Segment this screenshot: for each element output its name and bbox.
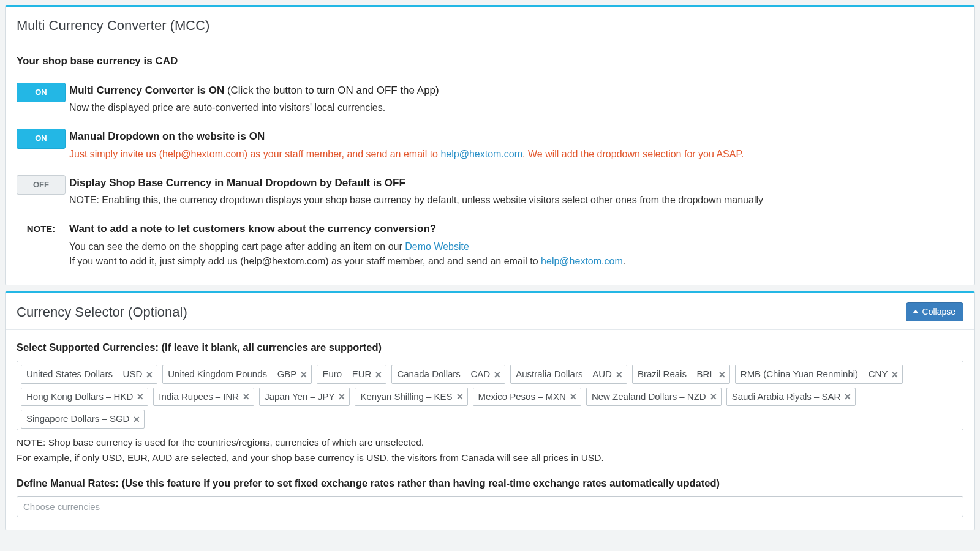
toggle-app[interactable]: ON xyxy=(17,83,66,103)
currency-tag-label: Singapore Dollars – SGD xyxy=(26,412,129,426)
currency-tag: Mexico Pesos – MXN✕ xyxy=(473,388,581,407)
base-currency-line: Your shop base currency is CAD xyxy=(17,53,963,69)
currency-tag: Singapore Dollars – SGD✕ xyxy=(21,410,145,429)
note-label: NOTE: xyxy=(17,221,66,236)
currency-tag: Brazil Reais – BRL✕ xyxy=(632,365,730,384)
currency-tag: United Kingdom Pounds – GBP✕ xyxy=(162,365,312,384)
panel-mcc-body: Your shop base currency is CAD ON Multi … xyxy=(6,43,974,285)
currency-tag-label: Euro – EUR xyxy=(322,367,371,381)
setting-note: NOTE: Want to add a note to let customer… xyxy=(17,221,963,269)
currency-tag-box[interactable]: United States Dollars – USD✕United Kingd… xyxy=(17,361,963,430)
currency-tag-label: United States Dollars – USD xyxy=(26,367,142,381)
help-email-link[interactable]: help@hextom.com xyxy=(440,149,522,159)
remove-tag-icon[interactable]: ✕ xyxy=(338,392,345,401)
note-line-2: If you want to add it, just simply add u… xyxy=(69,254,963,269)
currency-tag-label: Canada Dollars – CAD xyxy=(397,367,490,381)
currency-note-1: NOTE: Shop base currency is used for the… xyxy=(17,435,963,449)
currency-tag: Hong Kong Dollars – HKD✕ xyxy=(21,388,148,407)
remove-tag-icon[interactable]: ✕ xyxy=(375,370,382,379)
currency-tag-label: New Zealand Dollars – NZD xyxy=(592,390,706,404)
remove-tag-icon[interactable]: ✕ xyxy=(133,415,140,424)
remove-tag-icon[interactable]: ✕ xyxy=(570,392,577,401)
setting-app-onoff: ON Multi Currency Converter is ON (Click… xyxy=(17,83,963,116)
collapse-button[interactable]: Collapse xyxy=(906,302,963,321)
remove-tag-icon[interactable]: ✕ xyxy=(243,392,250,401)
toggle-display-base[interactable]: OFF xyxy=(17,175,66,195)
panel-mcc: Multi Currency Converter (MCC) Your shop… xyxy=(5,5,975,285)
currency-tag-label: Australia Dollars – AUD xyxy=(516,367,612,381)
currency-tag-label: Mexico Pesos – MXN xyxy=(478,390,566,404)
panel-selector-title: Currency Selector (Optional) xyxy=(17,302,187,322)
panel-mcc-header: Multi Currency Converter (MCC) xyxy=(6,7,974,43)
remove-tag-icon[interactable]: ✕ xyxy=(891,370,899,379)
toggle-manual-dropdown[interactable]: ON xyxy=(17,129,66,149)
setting-display-base: OFF Display Shop Base Currency in Manual… xyxy=(17,175,963,208)
panel-selector-body: Select Supported Currencies: (If leave i… xyxy=(6,330,974,530)
panel-title: Multi Currency Converter (MCC) xyxy=(17,15,209,36)
setting-display-base-desc: NOTE: Enabling this, the currency dropdo… xyxy=(69,193,963,208)
setting-display-base-title: Display Shop Base Currency in Manual Dro… xyxy=(69,175,963,191)
currency-tag: Euro – EUR✕ xyxy=(317,365,386,384)
manual-rates-input[interactable] xyxy=(17,496,963,517)
currency-tag: India Rupees – INR✕ xyxy=(153,388,254,407)
setting-manual-dropdown: ON Manual Dropdown on the website is ON … xyxy=(17,129,963,162)
remove-tag-icon[interactable]: ✕ xyxy=(844,392,851,401)
help-email-link-2[interactable]: help@hextom.com xyxy=(541,256,623,266)
remove-tag-icon[interactable]: ✕ xyxy=(718,370,726,379)
currency-tag: RMB (China Yuan Renminbi) – CNY✕ xyxy=(735,365,903,384)
remove-tag-icon[interactable]: ✕ xyxy=(616,370,623,379)
remove-tag-icon[interactable]: ✕ xyxy=(710,392,717,401)
remove-tag-icon[interactable]: ✕ xyxy=(456,392,464,401)
select-currencies-label: Select Supported Currencies: (If leave i… xyxy=(17,340,963,355)
currency-tag: Japan Yen – JPY✕ xyxy=(259,388,350,407)
manual-rates-label: Define Manual Rates: (Use this feature i… xyxy=(17,476,963,491)
panel-selector-header: Currency Selector (Optional) Collapse xyxy=(6,293,974,330)
currency-tag: Saudi Arabia Riyals – SAR✕ xyxy=(726,388,856,407)
demo-website-link[interactable]: Demo Website xyxy=(405,241,469,252)
currency-tag: Canada Dollars – CAD✕ xyxy=(391,365,505,384)
currency-note-2: For example, if only USD, EUR, AUD are s… xyxy=(17,451,963,465)
chevron-up-icon xyxy=(913,310,919,313)
setting-app-title: Multi Currency Converter is ON (Click th… xyxy=(69,83,963,99)
note-line-1: You can see the demo on the shopping car… xyxy=(69,239,963,254)
currency-tag: Australia Dollars – AUD✕ xyxy=(510,365,627,384)
currency-tag-label: India Rupees – INR xyxy=(159,390,239,404)
setting-manual-title: Manual Dropdown on the website is ON xyxy=(69,129,963,144)
currency-tag-label: Japan Yen – JPY xyxy=(265,390,334,404)
remove-tag-icon[interactable]: ✕ xyxy=(146,370,153,379)
remove-tag-icon[interactable]: ✕ xyxy=(300,370,307,379)
setting-manual-warn: Just simply invite us (help@hextom.com) … xyxy=(69,147,963,162)
currency-tag-label: Kenyan Shilling – KES xyxy=(360,390,452,404)
remove-tag-icon[interactable]: ✕ xyxy=(137,392,144,401)
note-title: Want to add a note to let customers know… xyxy=(69,221,963,237)
remove-tag-icon[interactable]: ✕ xyxy=(494,370,501,379)
setting-app-desc: Now the displayed price are auto-convert… xyxy=(69,100,963,115)
currency-tag: United States Dollars – USD✕ xyxy=(21,365,157,384)
currency-tag-label: Saudi Arabia Riyals – SAR xyxy=(732,390,841,404)
currency-tag: Kenyan Shilling – KES✕ xyxy=(355,388,467,407)
currency-tag-label: United Kingdom Pounds – GBP xyxy=(168,367,296,381)
currency-tag-label: Hong Kong Dollars – HKD xyxy=(26,390,133,404)
currency-tag-label: Brazil Reais – BRL xyxy=(638,367,715,381)
currency-tag-label: RMB (China Yuan Renminbi) – CNY xyxy=(741,367,888,381)
panel-currency-selector: Currency Selector (Optional) Collapse Se… xyxy=(5,291,975,531)
currency-tag: New Zealand Dollars – NZD✕ xyxy=(586,388,722,407)
